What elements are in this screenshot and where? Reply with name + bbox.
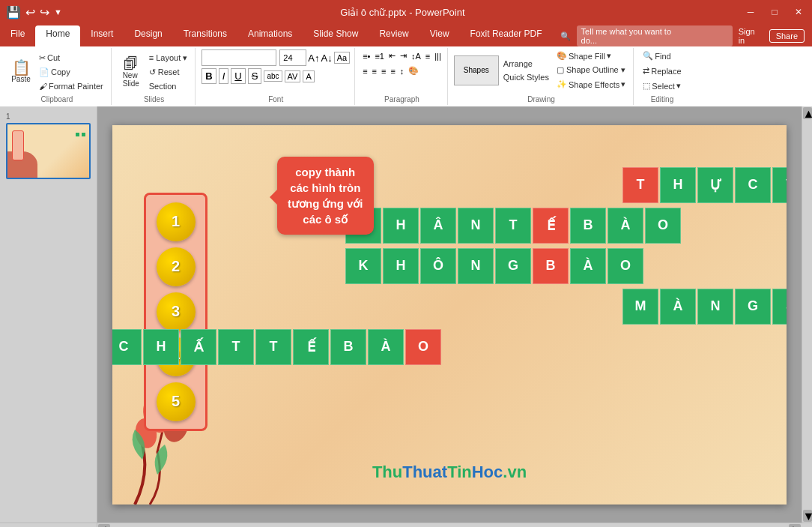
tab-home[interactable]: Home: [35, 25, 80, 46]
grid-row-3: K H Ô N G B À O: [345, 247, 787, 285]
bullets-button[interactable]: ≡•: [361, 50, 372, 62]
shape-fill-button[interactable]: 🎨 Shape Fill ▾: [554, 49, 628, 62]
scroll-down-button[interactable]: ▼: [803, 510, 812, 522]
cell-H5: H: [143, 329, 179, 365]
app-title: Giải ô chữ.pptx - PowerPoint: [62, 7, 743, 18]
main-area: 1: [0, 106, 812, 523]
font-size-input[interactable]: [279, 49, 306, 66]
scroll-left-button[interactable]: ◄: [98, 524, 110, 528]
shape-outline-button[interactable]: ▢ Shape Outline ▾: [554, 64, 628, 76]
tab-review[interactable]: Review: [369, 25, 419, 46]
cell-A5: Ấ: [181, 329, 216, 365]
font-color-button[interactable]: A: [303, 70, 314, 82]
shape-effects-button[interactable]: ✨ Shape Effects ▾: [554, 78, 628, 91]
undo-icon[interactable]: ↩: [25, 5, 35, 19]
grid-row-2: N H Â N T Ế B À O: [345, 207, 787, 244]
highlight-button[interactable]: 🎨: [407, 64, 420, 77]
cell-M4: M: [622, 289, 658, 325]
align-right-button[interactable]: ≡: [380, 65, 387, 77]
word-grid: T H Ự C V Ậ T N H Â N T: [345, 166, 787, 369]
italic-button[interactable]: I: [219, 68, 229, 84]
tab-slideshow[interactable]: Slide Show: [303, 25, 369, 46]
close-button[interactable]: ✕: [791, 4, 806, 19]
layout-button[interactable]: ≡ Layout ▾: [146, 52, 191, 64]
underline-button[interactable]: U: [231, 68, 245, 84]
text-direction-button[interactable]: ↕A: [410, 50, 422, 62]
number-circle-3: 3: [157, 292, 196, 331]
bold-button[interactable]: B: [202, 68, 216, 84]
quick-styles-button[interactable]: Quick Styles: [500, 71, 552, 83]
new-slide-button[interactable]: 🗐 NewSlide: [118, 55, 145, 89]
save-icon[interactable]: 💾: [6, 5, 21, 19]
tab-transitions[interactable]: Transitions: [173, 25, 237, 46]
shadow-button[interactable]: abc: [264, 70, 282, 82]
reset-button[interactable]: ↺ Reset: [146, 66, 191, 79]
section-button[interactable]: Section: [146, 80, 191, 92]
ribbon-content: 📋 Paste ✂ Cut 📄 Copy 🖌 Format Painter Cl…: [0, 46, 812, 106]
decrease-font-button[interactable]: A↓: [321, 52, 332, 64]
tab-foxit[interactable]: Foxit Reader PDF: [460, 25, 553, 46]
tab-design[interactable]: Design: [124, 25, 172, 46]
select-button[interactable]: ⬚ Select ▾: [640, 79, 684, 92]
scroll-up-button[interactable]: ▲: [803, 107, 812, 119]
tab-insert[interactable]: Insert: [80, 25, 124, 46]
cell-O3: Ô: [420, 248, 456, 284]
increase-font-button[interactable]: A↑: [308, 52, 319, 64]
slide-panel: 1: [0, 106, 97, 523]
find-button[interactable]: 🔍 Find: [640, 49, 684, 62]
cell-O5: O: [405, 329, 441, 365]
copy-button[interactable]: 📄 Copy: [36, 66, 106, 79]
line-spacing-button[interactable]: ↕: [399, 65, 406, 77]
tab-view[interactable]: View: [419, 25, 460, 46]
decrease-indent-button[interactable]: ⇤: [387, 49, 397, 62]
increase-indent-button[interactable]: ⇥: [399, 49, 408, 62]
arrange-button[interactable]: Arrange: [500, 58, 552, 70]
redo-icon[interactable]: ↪: [40, 5, 49, 19]
cut-button[interactable]: ✂ Cut: [36, 52, 106, 64]
share-button[interactable]: Share: [769, 29, 805, 43]
justify-button[interactable]: ≡: [389, 65, 396, 77]
canvas-scroll-area: copy thànhcác hình tròntương ứng vớicác …: [97, 106, 812, 523]
cell-E2: Ế: [533, 208, 569, 244]
strikethrough-button[interactable]: S: [248, 68, 262, 84]
char-spacing-button[interactable]: AV: [285, 70, 301, 82]
maximize-button[interactable]: □: [767, 4, 782, 19]
align-left-button[interactable]: ≡: [361, 65, 369, 77]
numbering-button[interactable]: ≡1: [373, 50, 386, 62]
columns-button[interactable]: |||: [433, 50, 443, 62]
horizontal-scrollbar[interactable]: ◄ ►: [97, 523, 802, 527]
clear-format-button[interactable]: Aa: [334, 52, 350, 64]
font-group: A↑ A↓ Aa B I U S abc AV A Font: [197, 48, 355, 105]
font-name-input[interactable]: [202, 49, 276, 66]
align-center-button[interactable]: ≡: [371, 65, 378, 77]
clipboard-group: 📋 Paste ✂ Cut 📄 Copy 🖌 Format Painter Cl…: [3, 48, 112, 105]
slide-canvas[interactable]: copy thànhcác hình tròntương ứng vớicác …: [112, 125, 787, 505]
cell-A3: À: [570, 248, 606, 284]
cell-G4: G: [735, 289, 771, 325]
customize-icon[interactable]: ▼: [54, 7, 62, 16]
format-painter-button[interactable]: 🖌 Format Painter: [36, 80, 106, 92]
drawing-group: Shapes Arrange Quick Styles 🎨 Shape Fill…: [449, 48, 634, 105]
slide-thumbnail-1[interactable]: [6, 123, 91, 179]
tell-me-input[interactable]: Tell me what you want to do...: [577, 25, 733, 46]
canvas-area: copy thànhcác hình tròntương ứng vớicác …: [97, 106, 802, 523]
horizontal-scrollbar-area: ◄ ►: [0, 523, 812, 527]
cell-A2: Â: [420, 208, 456, 244]
tab-animations[interactable]: Animations: [237, 25, 303, 46]
shapes-panel[interactable]: Shapes: [454, 55, 499, 85]
minimize-button[interactable]: ─: [743, 4, 758, 19]
tab-file[interactable]: File: [0, 25, 35, 46]
cell-H1: H: [660, 167, 696, 203]
scroll-right-button[interactable]: ►: [789, 524, 801, 528]
window-controls: ─ □ ✕: [743, 4, 806, 19]
cell-N4: N: [697, 289, 733, 325]
paragraph-group: ≡• ≡1 ⇤ ⇥ ↕A ≡ ||| ≡ ≡ ≡ ≡ ↕ 🎨 Paragraph: [357, 48, 448, 105]
watermark: ThuThuatTinHoc.vn: [372, 463, 527, 482]
align-text-button[interactable]: ≡: [424, 50, 431, 62]
replace-button[interactable]: ⇄ Replace: [640, 64, 684, 77]
cell-S4: S: [772, 289, 787, 325]
number-circle-1: 1: [157, 202, 196, 241]
paste-button[interactable]: 📋 Paste: [7, 58, 34, 85]
vertical-scrollbar[interactable]: ▲ ▼: [802, 106, 812, 523]
sign-in-button[interactable]: Sign in: [739, 27, 763, 45]
